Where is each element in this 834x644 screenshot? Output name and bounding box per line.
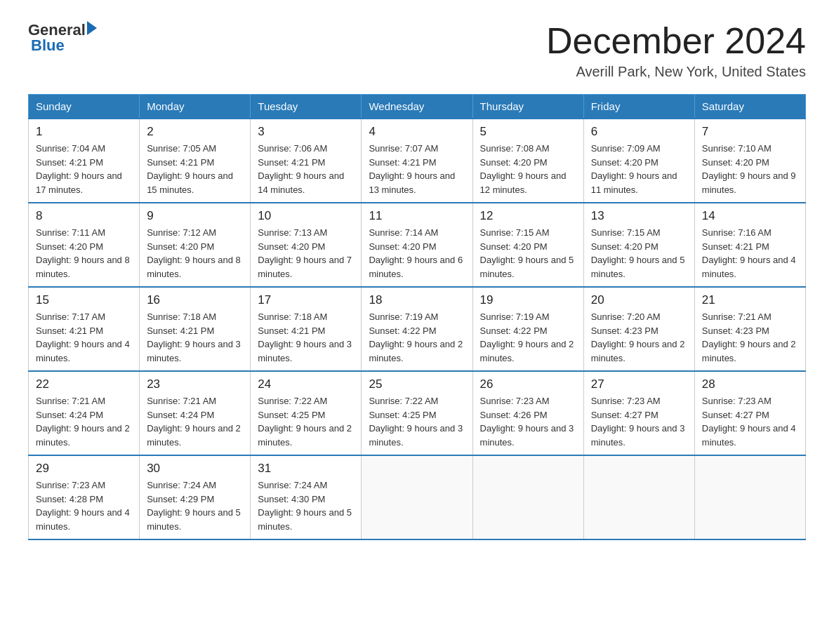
day-info: Sunrise: 7:13 AMSunset: 4:20 PMDaylight:… (258, 226, 354, 281)
day-info: Sunrise: 7:20 AMSunset: 4:23 PMDaylight:… (591, 310, 687, 365)
day-info: Sunrise: 7:05 AMSunset: 4:21 PMDaylight:… (147, 142, 243, 196)
calendar-cell: 31 Sunrise: 7:24 AMSunset: 4:30 PMDaylig… (251, 455, 362, 539)
calendar-header-sunday: Sunday (29, 95, 140, 119)
calendar-cell: 6 Sunrise: 7:09 AMSunset: 4:20 PMDayligh… (583, 119, 694, 203)
day-number: 23 (147, 377, 243, 391)
calendar-cell: 10 Sunrise: 7:13 AMSunset: 4:20 PMDaylig… (251, 203, 362, 287)
calendar-cell: 23 Sunrise: 7:21 AMSunset: 4:24 PMDaylig… (140, 371, 251, 455)
day-number: 17 (258, 293, 354, 307)
day-info: Sunrise: 7:08 AMSunset: 4:20 PMDaylight:… (480, 142, 576, 196)
day-info: Sunrise: 7:23 AMSunset: 4:27 PMDaylight:… (702, 394, 798, 449)
day-info: Sunrise: 7:17 AMSunset: 4:21 PMDaylight:… (36, 310, 132, 365)
calendar-header-saturday: Saturday (694, 95, 805, 119)
calendar-cell: 9 Sunrise: 7:12 AMSunset: 4:20 PMDayligh… (140, 203, 251, 287)
page-header: General Blue December 2024 Averill Park,… (28, 21, 806, 80)
day-number: 13 (591, 209, 687, 223)
calendar-cell: 19 Sunrise: 7:19 AMSunset: 4:22 PMDaylig… (472, 287, 583, 371)
calendar-header-wednesday: Wednesday (362, 95, 472, 119)
calendar-cell: 11 Sunrise: 7:14 AMSunset: 4:20 PMDaylig… (362, 203, 472, 287)
calendar-cell: 25 Sunrise: 7:22 AMSunset: 4:25 PMDaylig… (362, 371, 472, 455)
day-number: 25 (369, 377, 465, 391)
day-info: Sunrise: 7:21 AMSunset: 4:24 PMDaylight:… (36, 394, 132, 449)
calendar-week-row: 29 Sunrise: 7:23 AMSunset: 4:28 PMDaylig… (29, 455, 806, 539)
day-info: Sunrise: 7:24 AMSunset: 4:30 PMDaylight:… (258, 478, 354, 533)
calendar-cell: 18 Sunrise: 7:19 AMSunset: 4:22 PMDaylig… (362, 287, 472, 371)
calendar-cell: 28 Sunrise: 7:23 AMSunset: 4:27 PMDaylig… (694, 371, 805, 455)
day-info: Sunrise: 7:24 AMSunset: 4:29 PMDaylight:… (147, 478, 243, 533)
calendar-header-tuesday: Tuesday (251, 95, 362, 119)
day-info: Sunrise: 7:21 AMSunset: 4:24 PMDaylight:… (147, 394, 243, 449)
calendar-cell: 5 Sunrise: 7:08 AMSunset: 4:20 PMDayligh… (472, 119, 583, 203)
day-info: Sunrise: 7:09 AMSunset: 4:20 PMDaylight:… (591, 142, 687, 196)
day-info: Sunrise: 7:18 AMSunset: 4:21 PMDaylight:… (147, 310, 243, 365)
calendar-week-row: 15 Sunrise: 7:17 AMSunset: 4:21 PMDaylig… (29, 287, 806, 371)
calendar-cell: 15 Sunrise: 7:17 AMSunset: 4:21 PMDaylig… (29, 287, 140, 371)
day-number: 31 (258, 462, 354, 476)
calendar-cell: 1 Sunrise: 7:04 AMSunset: 4:21 PMDayligh… (29, 119, 140, 203)
day-number: 29 (36, 462, 132, 476)
day-info: Sunrise: 7:23 AMSunset: 4:26 PMDaylight:… (480, 394, 576, 449)
day-number: 5 (480, 125, 576, 139)
calendar-cell: 12 Sunrise: 7:15 AMSunset: 4:20 PMDaylig… (472, 203, 583, 287)
day-info: Sunrise: 7:10 AMSunset: 4:20 PMDaylight:… (702, 142, 798, 196)
day-info: Sunrise: 7:14 AMSunset: 4:20 PMDaylight:… (369, 226, 465, 281)
calendar-cell: 22 Sunrise: 7:21 AMSunset: 4:24 PMDaylig… (29, 371, 140, 455)
day-info: Sunrise: 7:04 AMSunset: 4:21 PMDaylight:… (36, 142, 132, 196)
day-info: Sunrise: 7:22 AMSunset: 4:25 PMDaylight:… (369, 394, 465, 449)
calendar-table: SundayMondayTuesdayWednesdayThursdayFrid… (28, 94, 806, 540)
day-info: Sunrise: 7:16 AMSunset: 4:21 PMDaylight:… (702, 226, 798, 281)
day-info: Sunrise: 7:07 AMSunset: 4:21 PMDaylight:… (369, 142, 465, 196)
day-number: 30 (147, 462, 243, 476)
day-number: 4 (369, 125, 465, 139)
day-number: 7 (702, 125, 798, 139)
day-info: Sunrise: 7:15 AMSunset: 4:20 PMDaylight:… (591, 226, 687, 281)
calendar-cell: 30 Sunrise: 7:24 AMSunset: 4:29 PMDaylig… (140, 455, 251, 539)
day-number: 15 (36, 293, 132, 307)
calendar-cell: 21 Sunrise: 7:21 AMSunset: 4:23 PMDaylig… (694, 287, 805, 371)
day-number: 9 (147, 209, 243, 223)
day-info: Sunrise: 7:18 AMSunset: 4:21 PMDaylight:… (258, 310, 354, 365)
day-info: Sunrise: 7:19 AMSunset: 4:22 PMDaylight:… (369, 310, 465, 365)
title-section: December 2024 Averill Park, New York, Un… (546, 21, 806, 80)
calendar-cell (694, 455, 805, 539)
calendar-cell: 17 Sunrise: 7:18 AMSunset: 4:21 PMDaylig… (251, 287, 362, 371)
day-number: 16 (147, 293, 243, 307)
calendar-cell (583, 455, 694, 539)
calendar-cell: 29 Sunrise: 7:23 AMSunset: 4:28 PMDaylig… (29, 455, 140, 539)
day-info: Sunrise: 7:12 AMSunset: 4:20 PMDaylight:… (147, 226, 243, 281)
logo-blue: Blue (28, 36, 65, 55)
calendar-cell: 4 Sunrise: 7:07 AMSunset: 4:21 PMDayligh… (362, 119, 472, 203)
location-title: Averill Park, New York, United States (546, 64, 806, 80)
calendar-cell: 8 Sunrise: 7:11 AMSunset: 4:20 PMDayligh… (29, 203, 140, 287)
day-number: 3 (258, 125, 354, 139)
calendar-cell: 24 Sunrise: 7:22 AMSunset: 4:25 PMDaylig… (251, 371, 362, 455)
day-info: Sunrise: 7:15 AMSunset: 4:20 PMDaylight:… (480, 226, 576, 281)
day-number: 8 (36, 209, 132, 223)
calendar-header-row: SundayMondayTuesdayWednesdayThursdayFrid… (29, 95, 806, 119)
day-number: 22 (36, 377, 132, 391)
day-number: 1 (36, 125, 132, 139)
day-info: Sunrise: 7:22 AMSunset: 4:25 PMDaylight:… (258, 394, 354, 449)
day-number: 10 (258, 209, 354, 223)
calendar-cell: 27 Sunrise: 7:23 AMSunset: 4:27 PMDaylig… (583, 371, 694, 455)
day-info: Sunrise: 7:23 AMSunset: 4:27 PMDaylight:… (591, 394, 687, 449)
day-info: Sunrise: 7:19 AMSunset: 4:22 PMDaylight:… (480, 310, 576, 365)
day-info: Sunrise: 7:21 AMSunset: 4:23 PMDaylight:… (702, 310, 798, 365)
day-number: 24 (258, 377, 354, 391)
calendar-cell: 20 Sunrise: 7:20 AMSunset: 4:23 PMDaylig… (583, 287, 694, 371)
calendar-week-row: 8 Sunrise: 7:11 AMSunset: 4:20 PMDayligh… (29, 203, 806, 287)
month-title: December 2024 (546, 21, 806, 61)
calendar-cell (362, 455, 472, 539)
calendar-cell: 14 Sunrise: 7:16 AMSunset: 4:21 PMDaylig… (694, 203, 805, 287)
calendar-header-monday: Monday (140, 95, 251, 119)
calendar-week-row: 1 Sunrise: 7:04 AMSunset: 4:21 PMDayligh… (29, 119, 806, 203)
day-number: 2 (147, 125, 243, 139)
day-number: 27 (591, 377, 687, 391)
calendar-cell (472, 455, 583, 539)
day-number: 18 (369, 293, 465, 307)
day-number: 26 (480, 377, 576, 391)
day-info: Sunrise: 7:11 AMSunset: 4:20 PMDaylight:… (36, 226, 132, 281)
day-number: 19 (480, 293, 576, 307)
calendar-header-friday: Friday (583, 95, 694, 119)
day-number: 21 (702, 293, 798, 307)
